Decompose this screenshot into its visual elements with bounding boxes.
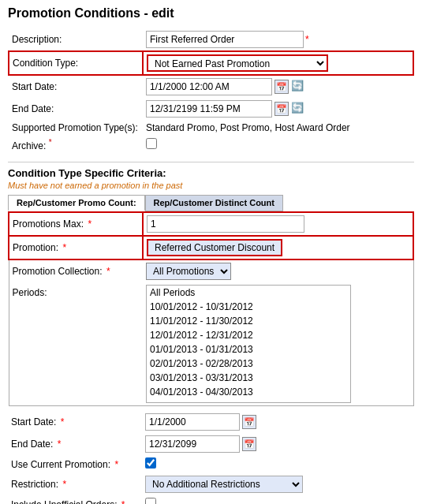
promotions-max-star: *	[88, 218, 91, 230]
period-item-3[interactable]: 12/01/2012 - 12/31/2012	[147, 328, 350, 342]
period-all[interactable]: All Periods	[147, 286, 350, 300]
promotion-label: Promotion:	[13, 242, 58, 253]
start-date2-calendar-icon[interactable]: 📅	[242, 415, 256, 429]
period-item-7[interactable]: 04/01/2013 - 04/30/2013	[147, 385, 350, 399]
criteria-title: Condition Type Specific Criteria:	[8, 167, 414, 179]
supported-value: Standard Promo, Post Promo, Host Award O…	[143, 120, 413, 136]
start-date-refresh-icon[interactable]: 🔄	[290, 80, 304, 94]
end-date-calendar-icon[interactable]: 📅	[274, 102, 289, 116]
period-item-8[interactable]: 05/01/2013 - 05/31/2013	[147, 399, 350, 403]
unofficial-label: Include Unofficial Orders: *	[8, 495, 142, 504]
period-item-5[interactable]: 02/01/2013 - 02/28/2013	[147, 357, 350, 371]
unofficial-checkbox[interactable]	[145, 498, 156, 504]
archive-star: *	[49, 138, 52, 147]
period-item-4[interactable]: 01/01/2013 - 01/31/2013	[147, 342, 350, 357]
end-date-input[interactable]	[146, 100, 272, 118]
condition-type-label: Condition Type:	[9, 51, 143, 75]
promotions-max-label: Promotions Max:	[13, 218, 84, 230]
promotion-star: *	[62, 242, 66, 253]
unofficial-star: *	[121, 499, 125, 505]
period-item-1[interactable]: 10/01/2012 - 10/31/2012	[147, 300, 350, 314]
supported-label: Supported Promotion Type(s):	[9, 120, 143, 136]
end-date2-input[interactable]	[145, 435, 240, 453]
condition-type-select[interactable]: Not Earned Past Promotion	[147, 54, 328, 72]
description-input[interactable]	[146, 31, 304, 48]
archive-checkbox[interactable]	[146, 138, 157, 149]
end-date-refresh-icon[interactable]: 🔄	[290, 102, 304, 116]
start-date2-label: Start Date: *	[8, 411, 142, 433]
use-current-label: Use Current Promotion: *	[8, 455, 142, 473]
promotions-max-input[interactable]	[147, 215, 304, 233]
periods-listbox[interactable]: All Periods10/01/2012 - 10/31/201211/01/…	[146, 285, 351, 403]
end-date2-calendar-icon[interactable]: 📅	[242, 437, 256, 451]
collection-select[interactable]: All Promotions	[146, 263, 231, 280]
end-date-label: End Date:	[9, 98, 143, 120]
tab-distinct-count[interactable]: Rep/Customer Distinct Count	[145, 195, 283, 211]
start-date-label: Start Date:	[9, 75, 143, 98]
periods-label: Periods:	[9, 282, 143, 406]
promotion-button[interactable]: Referred Customer Discount	[147, 239, 282, 256]
use-current-star: *	[114, 459, 118, 470]
restriction-star: *	[62, 479, 66, 490]
collection-label: Promotion Collection:	[13, 266, 103, 277]
start-date2-input[interactable]	[145, 413, 240, 431]
end-date2-label: End Date: *	[8, 433, 142, 455]
end-date2-star: *	[58, 439, 62, 450]
restriction-select[interactable]: No Additional Restrictions	[145, 476, 303, 493]
period-item-6[interactable]: 03/01/2013 - 03/31/2013	[147, 371, 350, 385]
start-date-calendar-icon[interactable]: 📅	[274, 80, 289, 94]
start-date-input[interactable]	[146, 78, 272, 95]
page-title: Promotion Conditions - edit	[8, 6, 414, 21]
required-star-description: *	[305, 34, 309, 45]
period-item-2[interactable]: 11/01/2012 - 11/30/2012	[147, 314, 350, 328]
description-label: Description:	[9, 28, 143, 51]
tab-promo-count[interactable]: Rep/Customer Promo Count:	[8, 195, 145, 211]
restriction-label: Restriction: *	[8, 473, 142, 495]
archive-label: Archive: *	[9, 136, 143, 154]
criteria-note: Must have not earned a promotion in the …	[8, 181, 414, 190]
use-current-checkbox[interactable]	[145, 457, 156, 469]
start-date2-star: *	[61, 416, 65, 427]
collection-star: *	[106, 266, 110, 277]
